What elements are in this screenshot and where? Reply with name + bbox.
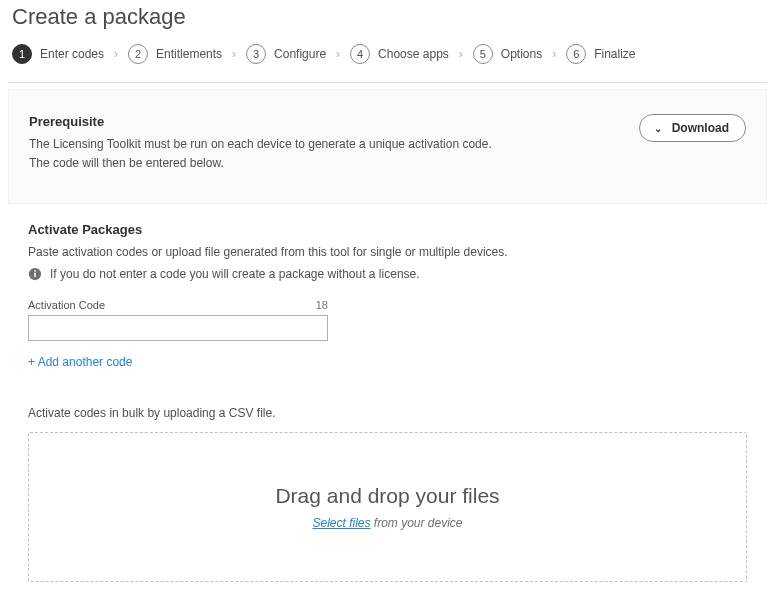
step-configure[interactable]: 3 Configure — [246, 44, 326, 64]
chevron-right-icon: › — [336, 47, 340, 61]
step-number: 4 — [350, 44, 370, 64]
step-number: 1 — [12, 44, 32, 64]
chevron-right-icon: › — [114, 47, 118, 61]
activation-code-maxlength: 18 — [316, 299, 328, 311]
activation-code-label: Activation Code — [28, 299, 105, 311]
step-choose-apps[interactable]: 4 Choose apps — [350, 44, 449, 64]
step-label: Configure — [274, 47, 326, 61]
footer-actions: Cancel Previous Next — [8, 592, 767, 602]
step-label: Options — [501, 47, 542, 61]
activation-code-input[interactable] — [28, 315, 328, 341]
chevron-down-icon: ⌄ — [654, 123, 662, 134]
prerequisite-card: Prerequisite The Licensing Toolkit must … — [8, 89, 767, 204]
chevron-right-icon: › — [459, 47, 463, 61]
step-label: Choose apps — [378, 47, 449, 61]
stepper: 1 Enter codes › 2 Entitlements › 3 Confi… — [8, 40, 767, 82]
dropzone-suffix: from your device — [370, 516, 462, 530]
chevron-right-icon: › — [552, 47, 556, 61]
step-number: 3 — [246, 44, 266, 64]
step-number: 5 — [473, 44, 493, 64]
step-options[interactable]: 5 Options — [473, 44, 542, 64]
chevron-right-icon: › — [232, 47, 236, 61]
prerequisite-title: Prerequisite — [29, 114, 509, 129]
divider — [8, 82, 767, 83]
download-label: Download — [672, 121, 729, 135]
step-label: Entitlements — [156, 47, 222, 61]
step-number: 2 — [128, 44, 148, 64]
step-number: 6 — [566, 44, 586, 64]
select-files-link[interactable]: Select files — [312, 516, 370, 530]
activate-title: Activate Packages — [28, 222, 747, 237]
info-icon — [28, 267, 42, 281]
step-enter-codes[interactable]: 1 Enter codes — [12, 44, 104, 64]
activate-description: Paste activation codes or upload file ge… — [28, 245, 747, 259]
page-title: Create a package — [8, 0, 767, 40]
info-row: If you do not enter a code you will crea… — [28, 267, 747, 281]
svg-point-2 — [34, 270, 36, 272]
step-entitlements[interactable]: 2 Entitlements — [128, 44, 222, 64]
step-label: Finalize — [594, 47, 635, 61]
download-button[interactable]: ⌄ Download — [639, 114, 746, 142]
info-text: If you do not enter a code you will crea… — [50, 267, 420, 281]
dropzone-subtitle: Select files from your device — [312, 516, 462, 530]
step-label: Enter codes — [40, 47, 104, 61]
step-finalize[interactable]: 6 Finalize — [566, 44, 635, 64]
bulk-upload-text: Activate codes in bulk by uploading a CS… — [28, 406, 747, 420]
svg-rect-1 — [34, 273, 36, 277]
activate-section: Activate Packages Paste activation codes… — [8, 204, 767, 592]
dropzone-title: Drag and drop your files — [275, 484, 499, 508]
file-dropzone[interactable]: Drag and drop your files Select files fr… — [28, 432, 747, 582]
add-another-code-link[interactable]: + Add another code — [28, 355, 132, 369]
prerequisite-description: The Licensing Toolkit must be run on eac… — [29, 135, 509, 173]
